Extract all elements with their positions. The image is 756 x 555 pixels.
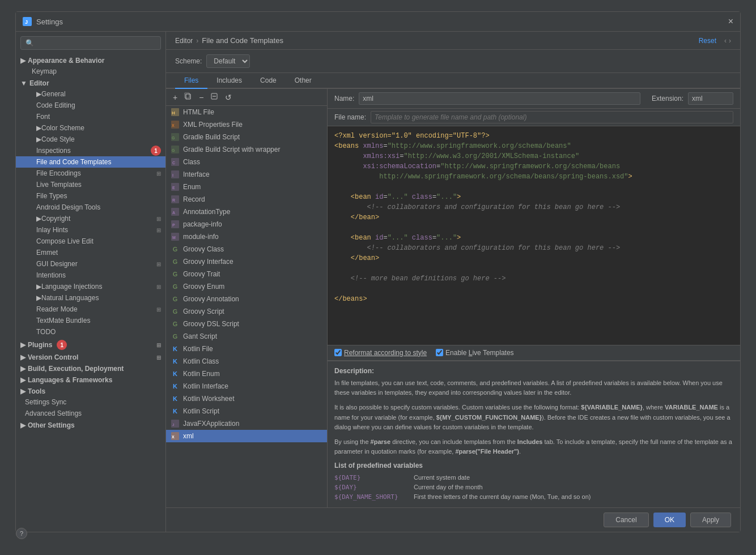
sidebar-item-copyright[interactable]: ▶ Copyright ⊞ [16,213,165,224]
sidebar-item-gui-designer[interactable]: GUI Designer ⊞ [16,258,165,270]
vc-icon: ⊞ [156,355,161,361]
sidebar-item-font[interactable]: Font [16,111,165,122]
list-item[interactable]: G Groovy DSL Script [166,318,327,330]
cancel-button[interactable]: Cancel [604,513,648,527]
sidebar-item-label: File and Code Templates [36,158,112,166]
reformat-checkbox[interactable] [334,349,342,356]
list-item[interactable]: K Kotlin File [166,343,327,355]
arrow-right-icon: ▶ [36,294,41,302]
sidebar-item-tools[interactable]: ▶ Tools [16,385,165,396]
list-item[interactable]: K Kotlin Interface [166,380,327,392]
reset-button[interactable]: Reset [699,37,716,45]
list-item[interactable]: I Interface [166,168,327,181]
sidebar-item-code-style[interactable]: ▶ Code Style [16,134,165,145]
list-item[interactable]: K Kotlin Worksheet [166,392,327,405]
list-item[interactable]: G Gant Script [166,330,327,343]
sidebar-item-version-control[interactable]: ▶ Version Control ⊞ [16,351,165,362]
code-editor[interactable]: <?xml version="1.0" encoding="UTF-8"?> <… [328,126,740,345]
sidebar-item-file-types[interactable]: File Types [16,190,165,202]
list-item[interactable]: X XML Properties File [166,118,327,131]
sidebar-item-other-settings[interactable]: ▶ Other Settings [16,419,165,430]
list-item[interactable]: G Groovy Trait [166,268,327,280]
reformat-checkbox-label[interactable]: Reformat according to style [334,349,427,357]
sidebar-item-appearance[interactable]: ▶ Appearance & Behavior [16,54,165,66]
file-item-label: Groovy Class [183,245,224,253]
sidebar-item-textmate-bundles[interactable]: TextMate Bundles [16,315,165,326]
sidebar-item-general[interactable]: ▶ General [16,88,165,100]
sidebar-item-editor[interactable]: ▼ Editor [16,77,165,88]
list-item[interactable]: G Groovy Class [166,243,327,255]
list-item[interactable]: A AnnotationType [166,206,327,218]
enum-icon: E [171,182,180,191]
sidebar-item-languages[interactable]: ▶ Languages & Frameworks [16,374,165,385]
sidebar-item-settings-sync[interactable]: Settings Sync [16,396,165,408]
restore-template-button[interactable] [208,91,220,103]
extension-input[interactable] [688,92,733,105]
sidebar-item-reader-mode[interactable]: Reader Mode ⊞ [16,304,165,315]
list-item[interactable]: R Record [166,193,327,206]
sidebar-item-label: Color Scheme [41,124,84,132]
sidebar-item-inspections[interactable]: Inspections 1 [16,145,165,156]
list-item[interactable]: E Enum [166,181,327,193]
sidebar-item-file-and-code-templates[interactable]: File and Code Templates [16,156,165,168]
lang-inject-icon: ⊞ [156,284,161,290]
file-item-label: module-info [183,233,219,241]
reset-template-button[interactable]: ↺ [223,92,234,103]
list-item[interactable]: K Kotlin Class [166,355,327,368]
gradle-icon: G [171,133,180,142]
scheme-select[interactable]: Default [206,54,250,68]
name-input[interactable] [359,92,640,105]
list-item[interactable]: G Groovy Interface [166,255,327,268]
list-item[interactable]: H HTML File [166,106,327,118]
tab-files[interactable]: Files [175,73,207,89]
list-item[interactable]: K Kotlin Enum [166,368,327,380]
back-button[interactable]: ‹ [724,37,727,45]
ok-button[interactable]: OK [653,513,686,527]
live-templates-checkbox[interactable] [436,349,443,356]
list-item[interactable]: K Kotlin Script [166,405,327,417]
sidebar-item-language-injections[interactable]: ▶ Language Injections ⊞ [16,281,165,292]
list-item[interactable]: G Groovy Annotation [166,293,327,305]
sidebar-item-advanced-settings[interactable]: Advanced Settings [16,408,165,419]
list-item[interactable]: C Class [166,156,327,168]
apply-button[interactable]: Apply [690,513,731,527]
list-item[interactable]: M module-info [166,230,327,243]
live-templates-checkbox-label[interactable]: Enable Live Templates [436,349,514,357]
sidebar-item-code-editing[interactable]: Code Editing [16,100,165,111]
filename-input[interactable] [371,111,733,123]
tab-other[interactable]: Other [286,73,321,89]
sidebar-item-natural-languages[interactable]: ▶ Natural Languages [16,292,165,304]
search-input[interactable] [20,36,161,50]
sidebar-item-plugins[interactable]: ▶ Plugins 1 ⊞ [16,338,165,351]
sidebar-item-compose-live-edit[interactable]: Compose Live Edit [16,236,165,247]
copy-template-button[interactable] [182,91,194,103]
tab-includes[interactable]: Includes [207,73,251,89]
sidebar-item-color-scheme[interactable]: ▶ Color Scheme [16,122,165,134]
sidebar-item-live-templates[interactable]: Live Templates [16,179,165,190]
add-template-button[interactable]: + [171,92,180,103]
forward-button[interactable]: › [729,37,731,45]
record-icon: R [171,195,180,204]
sidebar-item-intentions[interactable]: Intentions [16,270,165,281]
sidebar-item-build[interactable]: ▶ Build, Execution, Deployment [16,362,165,374]
sidebar-item-emmet[interactable]: Emmet [16,247,165,258]
list-item[interactable]: J JavaFXApplication [166,417,327,430]
close-button[interactable]: × [728,16,733,27]
breadcrumb-bar: Editor › File and Code Templates Reset ‹… [166,32,740,50]
list-item[interactable]: G Groovy Script [166,305,327,318]
list-item[interactable]: G Gradle Build Script with wrapper [166,143,327,156]
tab-code[interactable]: Code [251,73,286,89]
list-item[interactable]: P package-info [166,218,327,230]
sidebar-item-inlay-hints[interactable]: Inlay Hints ⊞ [16,224,165,236]
sidebar-item-android-design-tools[interactable]: Android Design Tools [16,202,165,213]
file-item-label: Kotlin Interface [183,382,228,390]
sidebar-item-todo[interactable]: TODO [16,326,165,338]
remove-template-button[interactable]: − [197,92,206,103]
scheme-bar: Scheme: Default [166,50,740,73]
list-item-xml[interactable]: X xml [166,430,327,442]
sidebar-item-keymap[interactable]: Keymap [16,66,165,77]
help-button[interactable]: ? [16,528,27,539]
sidebar-item-file-encodings[interactable]: File Encodings ⊞ [16,168,165,179]
list-item[interactable]: G Groovy Enum [166,280,327,293]
list-item[interactable]: G Gradle Build Script [166,131,327,143]
